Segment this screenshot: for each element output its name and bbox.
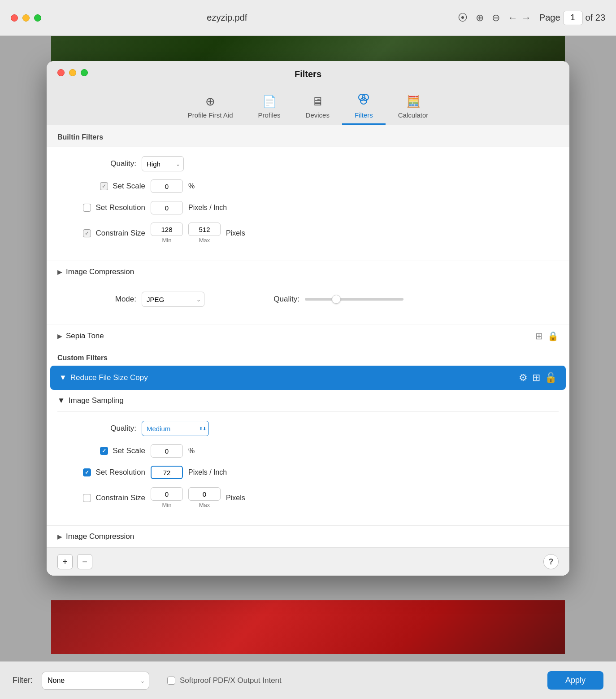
page-number-input[interactable] [563, 11, 583, 25]
tab-profiles[interactable]: 📄 Profiles [246, 90, 293, 125]
builtin-quality-label: Quality: [65, 159, 136, 168]
custom-quality-label: Quality: [65, 424, 136, 433]
custom-set-resolution-checkbox[interactable] [83, 468, 91, 476]
builtin-constrain-max-input[interactable] [188, 223, 221, 236]
sepia-tone-header[interactable]: ▶ Sepia Tone ⊞ 🔒 [47, 324, 569, 348]
softproof-group: Softproof PDF/X Output Intent [167, 676, 282, 685]
custom-constrain-min-input[interactable] [151, 487, 183, 501]
devices-icon: 🖥 [312, 95, 323, 109]
dialog-titlebar: Filters ⊕ Profile First Aid 📄 Profiles 🖥… [47, 61, 569, 125]
filter-dropdown-wrapper[interactable]: None [42, 672, 149, 690]
forward-arrow-icon[interactable]: → [521, 12, 531, 24]
tab-filters[interactable]: Filters [342, 88, 386, 125]
sepia-tone-label: Sepia Tone [66, 332, 104, 341]
add-filter-button[interactable]: + [57, 554, 73, 569]
custom-quality-select-wrapper[interactable]: Medium High Low [142, 421, 209, 436]
custom-set-scale-checkbox-group: Set Scale [65, 446, 145, 455]
sepia-lock-icon[interactable]: 🔒 [547, 331, 559, 341]
zoom-out-icon[interactable]: ⊖ [492, 12, 500, 24]
builtin-quality-select-wrapper[interactable]: High Medium Low [142, 156, 184, 171]
dialog-min-dot[interactable] [69, 69, 76, 76]
reduce-filter-lock-icon[interactable]: 🔓 [545, 372, 557, 384]
custom-image-compression-label: Image Compression [66, 532, 134, 541]
help-button[interactable]: ? [543, 554, 559, 569]
zoom-in-icon[interactable]: ⊕ [476, 12, 484, 24]
builtin-set-resolution-row: Set Resolution Pixels / Inch [65, 201, 551, 214]
dialog-close-dot[interactable] [57, 69, 65, 76]
builtin-set-resolution-unit: Pixels / Inch [188, 204, 233, 212]
builtin-quality-select[interactable]: High Medium Low [142, 156, 184, 171]
tab-devices-label: Devices [306, 111, 330, 119]
mode-select-wrapper[interactable]: JPEG PNG [142, 292, 204, 307]
page-total: of 23 [586, 13, 605, 23]
custom-set-resolution-label: Set Resolution [95, 468, 145, 477]
nav-arrows: ← → [508, 12, 531, 24]
custom-set-scale-checkbox[interactable] [100, 447, 108, 455]
remove-filter-button[interactable]: − [77, 554, 92, 569]
tab-calculator[interactable]: 🧮 Calculator [386, 90, 441, 125]
svg-point-2 [360, 98, 367, 104]
reduce-filter-gear-icon[interactable]: ⚙ [519, 372, 528, 384]
tab-bar: ⊕ Profile First Aid 📄 Profiles 🖥 Devices [157, 88, 459, 125]
custom-image-compression-header[interactable]: ▶ Image Compression [47, 525, 569, 547]
builtin-constrain-min-label: Min [162, 237, 172, 244]
custom-set-scale-input[interactable] [151, 444, 183, 458]
status-bar: Filter: None Softproof PDF/X Output Inte… [0, 661, 616, 699]
sepia-chevron-icon: ▶ [57, 332, 62, 340]
custom-constrain-min-group: Min [151, 487, 183, 508]
mode-select[interactable]: JPEG PNG [142, 292, 204, 307]
profiles-icon: 📄 [262, 95, 277, 109]
page-indicator: Page of 23 [539, 11, 605, 25]
custom-image-compression-chevron-icon: ▶ [57, 533, 62, 540]
builtin-filters-header: Builtin Filters [47, 125, 569, 147]
tab-calculator-label: Calculator [398, 111, 429, 119]
builtin-set-scale-checkbox-group: Set Scale [65, 182, 145, 191]
custom-constrain-size-checkbox[interactable] [83, 494, 91, 502]
image-sampling-header[interactable]: ▼ Image Sampling [57, 390, 559, 412]
builtin-constrain-max-label: Max [199, 237, 210, 244]
reduce-filter-actions: ⚙ ⊞ 🔓 [519, 372, 557, 384]
image-sampling-section: ▼ Image Sampling [47, 390, 569, 412]
image-compression-chevron-icon: ▶ [57, 268, 62, 275]
builtin-set-scale-unit: % [188, 182, 233, 190]
image-compression-content: Mode: JPEG PNG Quality: [47, 283, 569, 324]
page-label: Page [539, 13, 560, 23]
builtin-quality-row: Quality: High Medium Low [65, 156, 551, 171]
builtin-constrain-size-checkbox[interactable] [83, 229, 91, 237]
softproof-label: Softproof PDF/X Output Intent [180, 676, 282, 685]
dialog-max-dot[interactable] [81, 69, 88, 76]
builtin-constrain-min-input[interactable] [151, 223, 183, 236]
color-sync-icon[interactable]: ⦿ [458, 12, 468, 24]
custom-quality-select[interactable]: Medium High Low [142, 421, 209, 436]
bottom-image-strip [51, 600, 565, 654]
reduce-filter-copy-icon[interactable]: ⊞ [532, 372, 540, 384]
custom-filter-item-reduce[interactable]: ▼ Reduce File Size Copy ⚙ ⊞ 🔓 [50, 366, 566, 390]
softproof-checkbox[interactable] [167, 677, 175, 685]
custom-constrain-max-label: Max [199, 502, 210, 508]
builtin-constrain-min-group: Min [151, 223, 183, 244]
builtin-image-compression-header[interactable]: ▶ Image Compression [47, 261, 569, 283]
sepia-copy-icon[interactable]: ⊞ [535, 331, 543, 341]
filters-dialog: Filters ⊕ Profile First Aid 📄 Profiles 🖥… [47, 61, 569, 576]
builtin-set-resolution-checkbox[interactable] [83, 204, 91, 212]
apply-button[interactable]: Apply [547, 671, 603, 690]
builtin-set-scale-input[interactable] [151, 179, 183, 193]
titlebar: ezyzip.pdf ⦿ ⊕ ⊖ ← → Page of 23 [0, 0, 616, 36]
builtin-constrain-checkbox-group: Constrain Size [65, 229, 145, 238]
builtin-set-resolution-input[interactable] [151, 201, 183, 214]
dialog-bottom-bar: + − ? [47, 547, 569, 576]
quality-slider[interactable] [305, 298, 403, 301]
titlebar-filename: ezyzip.pdf [4, 13, 451, 23]
dialog-title: Filters [295, 69, 321, 79]
tab-profile-first-aid[interactable]: ⊕ Profile First Aid [175, 90, 246, 125]
back-arrow-icon[interactable]: ← [508, 12, 518, 24]
filter-dropdown[interactable]: None [42, 672, 149, 690]
custom-set-resolution-input[interactable] [151, 466, 183, 479]
tab-devices[interactable]: 🖥 Devices [293, 90, 342, 125]
builtin-set-scale-checkbox[interactable] [100, 182, 108, 190]
custom-constrain-min-label: Min [162, 502, 172, 508]
custom-constrain-max-input[interactable] [188, 487, 221, 501]
reduce-filter-chevron-icon: ▼ [59, 373, 67, 382]
builtin-constrain-size-row: Constrain Size Min Max Pixels [65, 223, 551, 244]
sepia-actions: ⊞ 🔒 [535, 331, 559, 341]
